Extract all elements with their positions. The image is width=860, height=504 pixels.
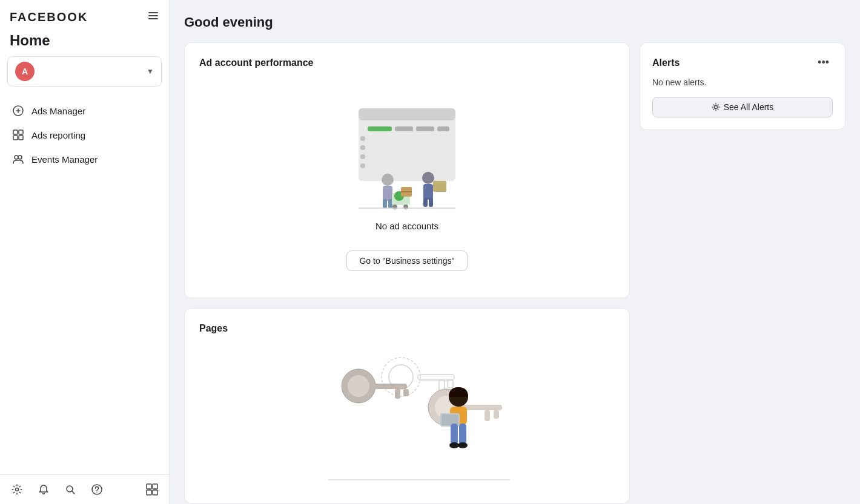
nav-items: Ads Manager Ads reporting E xyxy=(0,96,169,474)
sidebar-item-label: Ads reporting xyxy=(31,130,85,140)
top-row: Ad account performance xyxy=(184,42,845,298)
more-options-icon[interactable]: ••• xyxy=(814,55,833,70)
bottom-row: Pages xyxy=(184,308,845,504)
sidebar-footer xyxy=(0,474,169,504)
ads-reporting-icon xyxy=(12,129,24,141)
sidebar-item-label: Ads Manager xyxy=(31,106,85,116)
svg-rect-39 xyxy=(423,198,428,207)
svg-point-9 xyxy=(18,155,22,159)
alerts-header: Alerts ••• xyxy=(652,55,833,70)
svg-rect-31 xyxy=(388,199,392,208)
svg-rect-0 xyxy=(148,12,158,13)
svg-rect-57 xyxy=(485,410,490,421)
svg-point-13 xyxy=(96,492,98,493)
svg-rect-53 xyxy=(448,380,453,388)
svg-rect-58 xyxy=(494,410,499,419)
svg-rect-15 xyxy=(153,484,157,489)
svg-rect-4 xyxy=(13,130,18,134)
svg-point-26 xyxy=(360,154,365,159)
svg-rect-6 xyxy=(13,136,18,140)
pages-illustration xyxy=(199,344,615,489)
svg-point-43 xyxy=(714,106,717,109)
svg-point-37 xyxy=(422,172,434,184)
svg-point-10 xyxy=(16,488,19,491)
svg-rect-62 xyxy=(442,414,458,425)
svg-point-45 xyxy=(348,375,369,397)
svg-rect-19 xyxy=(359,108,455,120)
svg-rect-20 xyxy=(368,126,392,131)
gear-icon xyxy=(712,103,720,111)
sidebar: FACEBOOK Home A ▼ Ads Manager xyxy=(0,0,170,504)
bell-icon[interactable] xyxy=(36,482,51,497)
avatar: A xyxy=(15,62,35,81)
search-icon[interactable] xyxy=(63,482,78,497)
svg-rect-63 xyxy=(451,424,458,445)
svg-point-25 xyxy=(360,145,365,150)
svg-rect-40 xyxy=(429,198,433,207)
page-greeting: Good evening xyxy=(184,15,845,30)
svg-rect-46 xyxy=(374,384,407,389)
svg-rect-29 xyxy=(383,186,392,201)
account-selector[interactable]: A ▼ xyxy=(7,56,162,87)
svg-rect-51 xyxy=(418,375,454,380)
svg-rect-2 xyxy=(148,18,158,19)
svg-rect-23 xyxy=(437,126,449,131)
svg-rect-30 xyxy=(383,199,387,208)
svg-rect-14 xyxy=(147,484,151,489)
sidebar-item-ads-manager[interactable]: Ads Manager xyxy=(5,99,164,123)
pages-title: Pages xyxy=(199,323,615,334)
svg-rect-21 xyxy=(395,126,413,131)
alerts-title: Alerts xyxy=(652,57,680,68)
chevron-down-icon: ▼ xyxy=(147,67,154,76)
svg-rect-64 xyxy=(459,424,466,445)
see-all-alerts-button[interactable]: See All Alerts xyxy=(652,97,833,117)
svg-point-27 xyxy=(360,163,365,168)
sidebar-item-ads-reporting[interactable]: Ads reporting xyxy=(5,123,164,147)
business-settings-button[interactable]: Go to "Business settings" xyxy=(346,250,467,271)
main-content: Good evening Ad account performance xyxy=(170,0,860,504)
facebook-logo: FACEBOOK xyxy=(10,10,88,24)
no-alerts-text: No new alerts. xyxy=(652,77,833,87)
alerts-card: Alerts ••• No new alerts. See All Alerts xyxy=(640,42,845,130)
settings-icon[interactable] xyxy=(10,482,24,497)
ad-account-title: Ad account performance xyxy=(199,57,615,68)
svg-point-65 xyxy=(449,442,459,448)
pages-svg xyxy=(304,350,510,483)
pages-card: Pages xyxy=(184,308,630,504)
page-title: Home xyxy=(0,30,169,56)
table-icon[interactable] xyxy=(145,482,159,497)
svg-rect-5 xyxy=(19,130,23,134)
help-icon[interactable] xyxy=(90,482,104,497)
svg-point-34 xyxy=(403,205,408,209)
svg-rect-1 xyxy=(148,15,158,16)
svg-rect-22 xyxy=(416,126,434,131)
svg-point-8 xyxy=(15,155,18,159)
ads-manager-icon xyxy=(12,105,24,117)
svg-point-28 xyxy=(382,174,394,186)
svg-rect-38 xyxy=(423,184,433,200)
events-manager-icon xyxy=(12,153,24,165)
svg-rect-47 xyxy=(395,389,400,399)
svg-rect-17 xyxy=(153,490,157,495)
ad-account-illustration: No ad accounts Go to "Business settings" xyxy=(199,78,615,283)
see-all-label: See All Alerts xyxy=(724,102,774,112)
svg-point-12 xyxy=(92,485,102,494)
svg-rect-56 xyxy=(463,405,502,410)
sidebar-item-label: Events Manager xyxy=(31,154,98,165)
svg-point-66 xyxy=(458,442,468,448)
svg-point-49 xyxy=(382,358,420,396)
no-ad-accounts-text: No ad accounts xyxy=(375,221,438,231)
ad-account-svg xyxy=(322,90,492,211)
ad-account-card: Ad account performance xyxy=(184,42,630,298)
hamburger-icon[interactable] xyxy=(147,10,159,25)
svg-rect-7 xyxy=(19,136,23,140)
svg-point-24 xyxy=(360,136,365,141)
svg-point-33 xyxy=(392,205,397,209)
sidebar-item-events-manager[interactable]: Events Manager xyxy=(5,147,164,171)
svg-rect-16 xyxy=(147,490,151,495)
svg-rect-41 xyxy=(433,181,446,192)
sidebar-header: FACEBOOK xyxy=(0,0,169,30)
